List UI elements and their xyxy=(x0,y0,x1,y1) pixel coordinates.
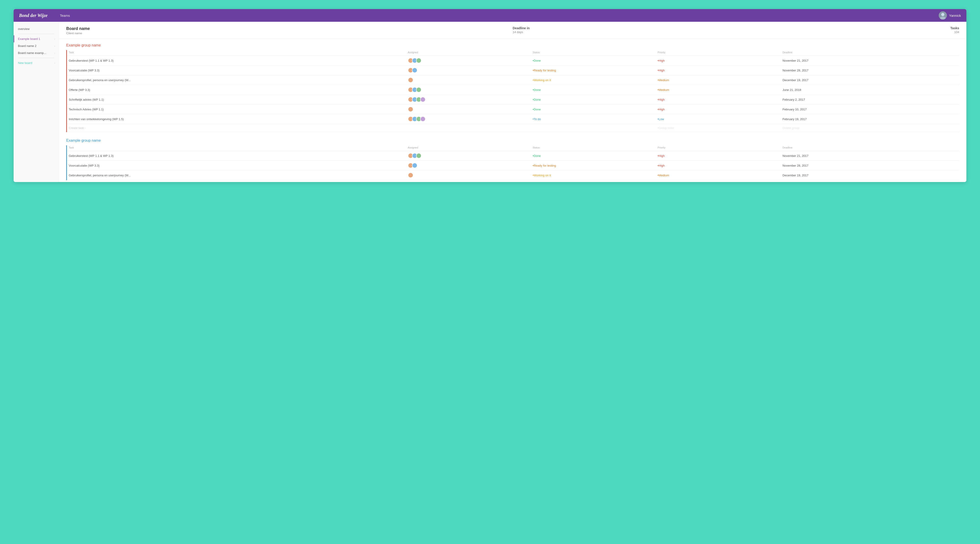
chevron-right-icon: › xyxy=(54,52,55,54)
main-nav: Teams xyxy=(55,14,939,17)
chevron-right-icon: › xyxy=(54,62,55,64)
task-status: •To do xyxy=(531,114,656,124)
task-assigned xyxy=(406,95,531,105)
user-menu[interactable]: Yannick xyxy=(939,11,961,19)
task-name: Technisch Advies (WP 1.1) xyxy=(67,105,406,114)
sidebar: overview Example board 1 › Board name 2 … xyxy=(14,22,59,182)
col-header-deadline: Deadline xyxy=(781,50,959,56)
task-assigned xyxy=(406,170,531,180)
task-table-0: Task Assigned Status Priority Deadline G… xyxy=(67,50,959,132)
sidebar-item-label-3: New board xyxy=(18,61,32,65)
table-row[interactable]: Gebruikersprofiel, persona en userjourne… xyxy=(67,75,959,85)
sidebar-overview[interactable]: overview xyxy=(14,25,59,32)
task-name: Voorcalculatie (WP 3.3) xyxy=(67,65,406,75)
task-deadline: February 2, 2017 xyxy=(781,95,959,105)
col-header-assigned-1: Assigned xyxy=(406,145,531,151)
group-title-1: Example group name xyxy=(66,138,959,143)
task-status: •Done xyxy=(531,151,656,161)
task-assigned xyxy=(406,75,531,85)
task-name: Gebruikerstest (WP 1.1 & WP 1.3) xyxy=(67,56,406,65)
task-deadline: November 28, 2017 xyxy=(781,161,959,170)
task-priority: •High xyxy=(656,161,781,170)
deadline-value: 14 days xyxy=(513,30,848,34)
chevron-right-icon: › xyxy=(54,44,55,48)
task-status: •Done xyxy=(531,95,656,105)
col-header-task-1: Task xyxy=(67,145,406,151)
task-status: •Working on it xyxy=(531,75,656,85)
col-header-status: Status xyxy=(531,50,656,56)
task-priority: •High xyxy=(656,95,781,105)
col-header-status-1: Status xyxy=(531,145,656,151)
table-row[interactable]: Gebruikerstest (WP 1.1 & WP 1.3) •Done •… xyxy=(67,151,959,161)
task-priority: •Low xyxy=(656,114,781,124)
group-1: Example group name Task Assigned Status … xyxy=(59,134,966,182)
sidebar-item-1[interactable]: Board name 2 › xyxy=(14,42,59,49)
sidebar-item-0[interactable]: Example board 1 › xyxy=(14,35,59,42)
board-header: Board name Client name Deadline in 14 da… xyxy=(59,22,966,39)
sidebar-divider-2 xyxy=(18,58,54,58)
task-priority: •High xyxy=(656,151,781,161)
table-row[interactable]: Voorcalculatie (WP 3.3) •Ready for testi… xyxy=(67,161,959,170)
task-priority: •High xyxy=(656,105,781,114)
group-title-0: Example group name xyxy=(66,43,959,48)
table-row[interactable]: Gebruikersprofiel, persona en userjourne… xyxy=(67,170,959,180)
task-status: •Done xyxy=(531,56,656,65)
group-0: Example group name Task Assigned Status … xyxy=(59,39,966,134)
task-assigned xyxy=(406,151,531,161)
task-deadline: June 21, 2018 xyxy=(781,85,959,95)
group-color-link[interactable]: •Group color xyxy=(656,124,781,132)
task-priority: •High xyxy=(656,65,781,75)
sidebar-item-2[interactable]: Board name examp... › xyxy=(14,49,59,56)
task-priority: •Medium xyxy=(656,170,781,180)
task-name: Gebruikersprofiel, persona en userjourne… xyxy=(67,170,406,180)
table-row[interactable]: Gebruikerstest (WP 1.1 & WP 1.3) •Done •… xyxy=(67,56,959,65)
task-status: •Working on it xyxy=(531,170,656,180)
sidebar-item-new-board[interactable]: New board › xyxy=(14,59,59,67)
deadline-label: Deadline in xyxy=(513,26,848,30)
sidebar-item-label-2: Board name examp... xyxy=(18,51,46,55)
board-deadline: Deadline in 14 days xyxy=(513,26,848,34)
task-assigned xyxy=(406,65,531,75)
table-header-row: Task Assigned Status Priority Deadline xyxy=(67,50,959,56)
sidebar-overview-label: overview xyxy=(18,27,30,30)
board-info: Board name Client name xyxy=(66,26,513,35)
table-row[interactable]: Offerte (WP 3.3) •Done •Medium June 21, … xyxy=(67,85,959,95)
task-deadline: December 19, 2017 xyxy=(781,75,959,85)
task-deadline: February 10, 2017 xyxy=(781,105,959,114)
task-deadline: November 21, 2017 xyxy=(781,151,959,161)
board-client: Client name xyxy=(66,32,513,35)
delete-group-link[interactable]: Delete group xyxy=(781,124,959,132)
tasks-value: 104 xyxy=(848,30,959,34)
svg-point-1 xyxy=(941,13,944,16)
task-assigned xyxy=(406,56,531,65)
task-deadline: February 19, 2017 xyxy=(781,114,959,124)
col-header-task: Task xyxy=(67,50,406,56)
col-header-priority: Priority xyxy=(656,50,781,56)
task-name: Gebruikerstest (WP 1.1 & WP 1.3) xyxy=(67,151,406,161)
sidebar-item-label-1: Board name 2 xyxy=(18,44,37,48)
table-row[interactable]: Schriftelijk advies (WP 1.1) •Done •High… xyxy=(67,95,959,105)
table-row[interactable]: Inrichten van ontwikkelomgeving (WP 1.5)… xyxy=(67,114,959,124)
task-assigned xyxy=(406,161,531,170)
task-deadline: November 28, 2017 xyxy=(781,65,959,75)
create-task-row[interactable]: Create task › •Group color Delete group xyxy=(67,124,959,132)
create-task-link[interactable]: Create task › xyxy=(67,124,406,132)
main-layout: overview Example board 1 › Board name 2 … xyxy=(14,22,966,182)
chevron-right-icon: › xyxy=(54,38,55,40)
user-name: Yannick xyxy=(949,14,961,17)
sidebar-item-label-0: Example board 1 xyxy=(18,37,40,41)
task-assigned xyxy=(406,105,531,114)
app-logo: Bond der Wijze xyxy=(19,13,55,18)
teams-nav-item[interactable]: Teams xyxy=(60,14,70,17)
col-header-deadline-1: Deadline xyxy=(781,145,959,151)
task-deadline: December 19, 2017 xyxy=(781,170,959,180)
table-header-row-1: Task Assigned Status Priority Deadline xyxy=(67,145,959,151)
task-name: Voorcalculatie (WP 3.3) xyxy=(67,161,406,170)
app-container: Bond der Wijze Teams Yannick overview Ex… xyxy=(14,9,966,182)
task-name: Inrichten van ontwikkelomgeving (WP 1.5) xyxy=(67,114,406,124)
table-row[interactable]: Technisch Advies (WP 1.1) •Done •High Fe… xyxy=(67,105,959,114)
task-assigned xyxy=(406,114,531,124)
avatar[interactable] xyxy=(939,11,947,19)
table-row[interactable]: Voorcalculatie (WP 3.3) •Ready for testi… xyxy=(67,65,959,75)
task-deadline: November 21, 2017 xyxy=(781,56,959,65)
